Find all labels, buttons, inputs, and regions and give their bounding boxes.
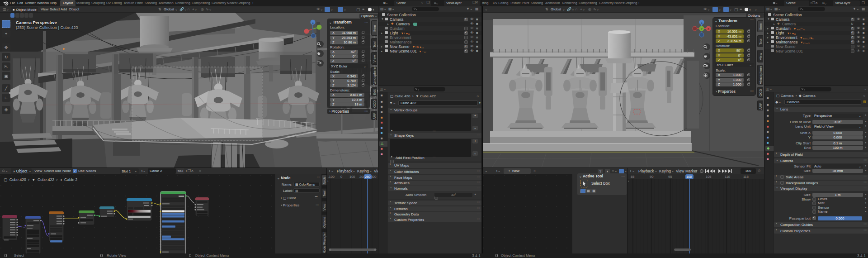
svg-text:X: X [708, 28, 709, 30]
svg-text:Z: Z [701, 21, 703, 24]
svg-text:Z: Z [312, 21, 314, 24]
svg-text:Y: Y [701, 28, 703, 30]
